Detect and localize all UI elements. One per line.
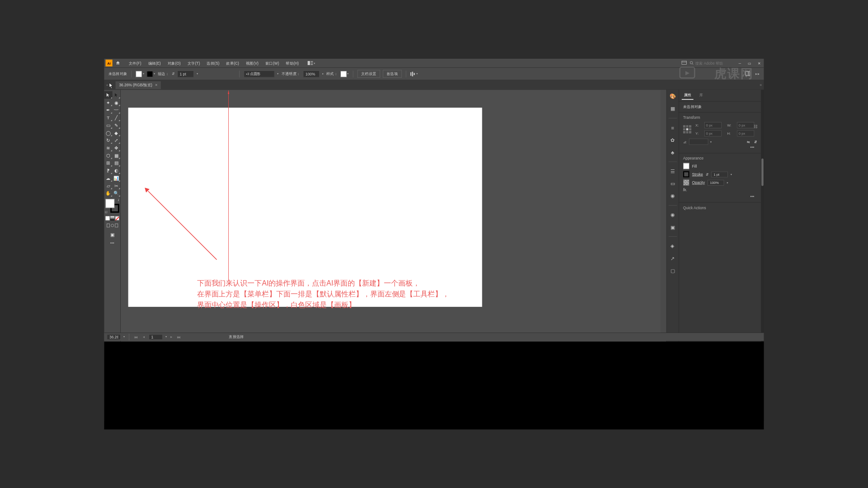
tab-prev-icon[interactable]: « <box>106 83 108 87</box>
h-input[interactable] <box>737 130 754 136</box>
symbols-panel-icon[interactable]: ♣ <box>669 149 676 156</box>
magic-wand-tool[interactable]: ✦ <box>104 99 112 107</box>
type-tool[interactable]: T <box>104 114 112 122</box>
stroke-weight-input[interactable] <box>177 70 193 77</box>
arrange-docs-icon[interactable]: ▾ <box>308 61 316 65</box>
pen-tool[interactable]: ✒ <box>104 106 112 114</box>
shaper-tool[interactable]: ◯ <box>104 129 112 136</box>
minimize-button[interactable]: ─ <box>736 61 743 66</box>
graph-tool[interactable]: 📊 <box>112 174 120 182</box>
mesh-tool[interactable]: ⊞ <box>104 159 112 167</box>
brush-preset[interactable]: • 3 点圆形 <box>244 70 274 77</box>
search-box[interactable] <box>689 61 733 65</box>
graphic-styles-panel-icon[interactable]: ▣ <box>669 223 676 231</box>
blend-tool[interactable]: ◐ <box>112 167 120 174</box>
width-tool[interactable]: ≋ <box>104 144 112 152</box>
asset-export-panel-icon[interactable]: ↗ <box>669 255 676 263</box>
free-transform-tool[interactable]: ✥ <box>112 144 120 152</box>
gradient-mode-icon[interactable] <box>110 216 114 220</box>
line-tool[interactable]: ╱ <box>112 114 120 122</box>
selection-tool[interactable] <box>104 91 112 99</box>
style-swatch[interactable]: ▾ <box>340 71 349 77</box>
shape-builder-tool[interactable]: ⬡ <box>104 152 112 160</box>
stroke-swatch[interactable] <box>683 171 689 178</box>
menu-object[interactable]: 对象(O) <box>164 59 184 67</box>
toolbar-more-icon[interactable]: ••• <box>104 241 120 245</box>
align-icon[interactable]: ▾ <box>410 71 418 76</box>
menu-view[interactable]: 视图(V) <box>242 59 262 67</box>
zoom-input[interactable] <box>107 334 120 340</box>
last-page-icon[interactable]: ⏭ <box>176 335 182 339</box>
brushes-panel-icon[interactable]: ✿ <box>669 136 676 144</box>
gradient-tool[interactable]: ▤ <box>112 159 120 167</box>
draw-mode-icons[interactable] <box>106 223 118 228</box>
swap-fill-stroke-icon[interactable]: ⤸ <box>117 198 120 202</box>
color-mode-icon[interactable] <box>105 216 109 220</box>
doc-setup-button[interactable]: 文档设置 <box>358 70 380 78</box>
search-input[interactable] <box>695 61 733 65</box>
close-button[interactable]: ✕ <box>755 61 762 66</box>
appearance-panel-icon[interactable]: ◉ <box>669 211 676 219</box>
eraser-tool[interactable]: ◆ <box>112 129 120 136</box>
fx-label[interactable]: fx. <box>683 188 687 192</box>
stroke-stepper-icon[interactable]: ⇵ <box>172 72 175 75</box>
menu-window[interactable]: 窗口(W) <box>262 59 282 67</box>
preferences-button[interactable]: 首选项 <box>383 70 402 78</box>
hand-tool[interactable]: ✋ <box>104 189 112 197</box>
tab-properties[interactable]: 属性 <box>682 91 693 100</box>
opacity-swatch[interactable] <box>683 179 689 186</box>
y-input[interactable] <box>704 130 722 136</box>
menu-edit[interactable]: 编辑(E) <box>145 59 164 67</box>
lasso-tool[interactable]: ◉ <box>112 99 120 107</box>
more-options-icon[interactable]: ••• <box>683 194 757 199</box>
chevron-down-icon[interactable]: ▾ <box>277 72 278 75</box>
fill-swatch[interactable] <box>683 163 689 169</box>
link-wh-icon[interactable]: ⛓ <box>754 124 758 129</box>
workspace-icon[interactable] <box>681 61 687 66</box>
brush-tool[interactable]: ✎ <box>112 122 120 129</box>
perspective-tool[interactable]: ▦ <box>112 152 120 160</box>
zoom-tool[interactable]: 🔍 <box>112 189 120 197</box>
w-input[interactable] <box>737 122 754 128</box>
next-page-icon[interactable]: ▸ <box>170 335 174 339</box>
transform-panel-icon[interactable]: ▭ <box>669 180 676 188</box>
slice-tool[interactable]: ✂ <box>112 182 120 189</box>
panel-toggle-icon[interactable] <box>745 71 750 76</box>
opacity-input[interactable] <box>708 180 724 186</box>
reference-point[interactable] <box>683 125 691 133</box>
symbol-tool[interactable]: ☁ <box>104 174 112 182</box>
rectangle-tool[interactable]: ▭ <box>104 122 112 129</box>
prev-page-icon[interactable]: ◂ <box>142 335 146 339</box>
tab-libraries[interactable]: 库 <box>698 91 705 100</box>
color-panel-icon[interactable]: 🎨 <box>669 93 676 100</box>
home-icon[interactable] <box>114 60 121 66</box>
menu-help[interactable]: 帮助(H) <box>283 59 302 67</box>
screen-mode-tool[interactable]: ▣ <box>104 230 120 238</box>
pathfinder-panel-icon[interactable]: ◉ <box>669 192 676 200</box>
artboards-panel-icon[interactable]: ▢ <box>669 267 676 275</box>
align-panel-icon[interactable]: ☰ <box>669 168 676 175</box>
close-icon[interactable]: × <box>155 83 157 88</box>
x-input[interactable] <box>704 122 722 128</box>
menu-type[interactable]: 文字(T) <box>184 59 203 67</box>
flip-h-icon[interactable]: ⇋ <box>747 140 750 144</box>
menu-effect[interactable]: 效果(C) <box>223 59 243 67</box>
layers-panel-icon[interactable]: ◈ <box>669 242 676 250</box>
first-page-icon[interactable]: ⏮ <box>133 335 139 339</box>
direct-selection-tool[interactable] <box>112 91 120 99</box>
stroke-weight-input[interactable] <box>711 171 727 177</box>
default-fill-stroke-icon[interactable]: ◱ <box>105 211 108 214</box>
fill-swatch[interactable]: ▾ <box>136 71 144 77</box>
artboard-tool[interactable]: ▱ <box>104 182 112 189</box>
stroke-panel-icon[interactable]: ≡ <box>669 124 676 131</box>
opacity-input[interactable] <box>303 70 319 77</box>
tab-overflow-icon[interactable]: « <box>760 83 762 87</box>
menu-select[interactable]: 选择(S) <box>203 59 223 67</box>
stroke-swatch[interactable]: ▾ <box>147 71 155 77</box>
angle-input[interactable] <box>689 139 708 145</box>
maximize-button[interactable]: ▭ <box>746 61 753 66</box>
scale-tool[interactable]: ⤢ <box>112 136 120 144</box>
swatches-panel-icon[interactable]: ▦ <box>669 105 676 113</box>
chevron-right-icon[interactable]: ▾ <box>321 73 325 75</box>
menu-file[interactable]: 文件(F) <box>126 59 145 67</box>
